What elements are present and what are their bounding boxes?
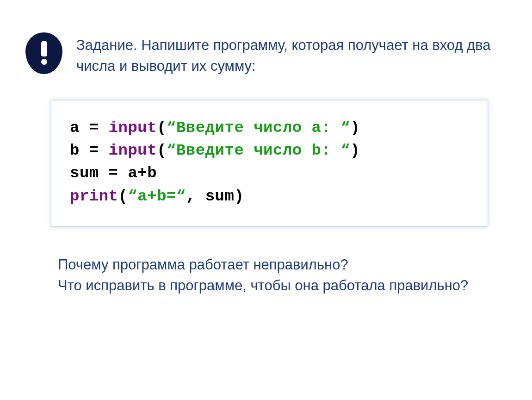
code-line-4: print(“a+b=“, sum) <box>70 185 469 208</box>
code-operator: = <box>80 119 109 137</box>
code-line-3: sum = a+b <box>70 162 469 185</box>
code-variable: sum <box>70 164 99 182</box>
code-variable: a <box>70 119 80 137</box>
task-header: Задание. Напишите программу, которая пол… <box>25 32 507 77</box>
code-string: “a+b=“ <box>128 188 186 205</box>
code-operator: = <box>99 164 128 182</box>
code-block: a = input(“Введите число a: “) b = input… <box>51 100 488 227</box>
code-paren: ( <box>118 188 128 205</box>
code-paren: ) <box>234 188 244 205</box>
code-paren: ) <box>350 142 360 159</box>
exclamation-icon <box>25 32 62 74</box>
code-function: input <box>109 119 157 137</box>
questions-text: Почему программа работает неправильно? Ч… <box>58 255 483 296</box>
question-1: Почему программа работает неправильно? <box>58 255 483 275</box>
code-comma: , <box>186 188 205 205</box>
code-variable: b <box>70 142 80 159</box>
task-text: Задание. Напишите программу, которая пол… <box>76 32 507 77</box>
code-paren: ) <box>350 119 360 137</box>
code-function: print <box>70 188 118 205</box>
code-operator: = <box>80 142 109 159</box>
code-function: input <box>109 142 157 159</box>
code-string: “Введите число b: “ <box>167 142 350 159</box>
question-2: Что исправить в программе, чтобы она раб… <box>58 275 483 296</box>
code-argument: sum <box>205 188 235 205</box>
code-expression: a+b <box>128 164 157 182</box>
code-line-2: b = input(“Введите число b: “) <box>70 139 469 162</box>
code-string: “Введите число a: “ <box>167 119 350 137</box>
code-line-1: a = input(“Введите число a: “) <box>70 117 469 139</box>
code-paren: ( <box>157 142 167 159</box>
code-paren: ( <box>157 119 167 137</box>
